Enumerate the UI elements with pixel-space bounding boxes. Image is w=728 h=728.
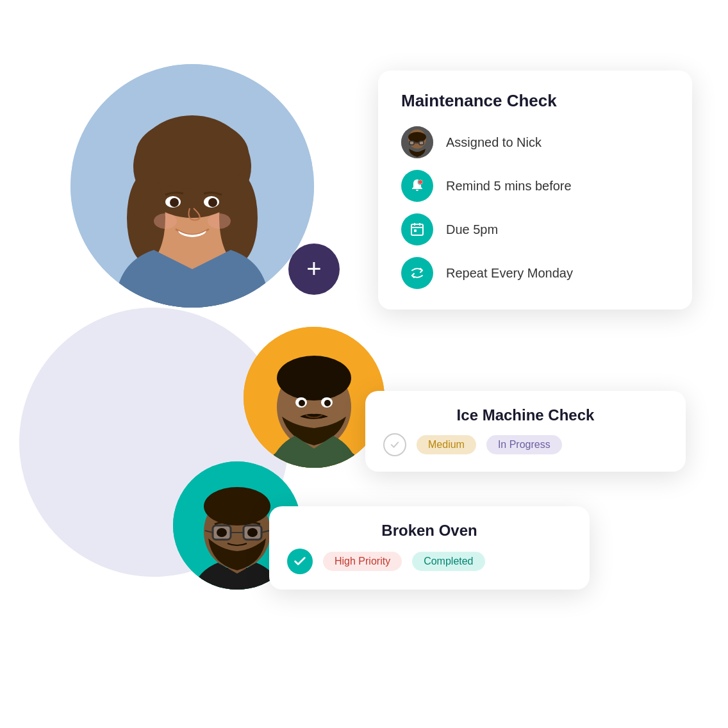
assigned-text: Assigned to Nick <box>446 135 542 150</box>
repeat-icon-circle <box>401 257 433 289</box>
badge-medium: Medium <box>417 435 476 454</box>
badge-highpriority: High Priority <box>323 552 402 571</box>
scene: + <box>0 0 728 728</box>
svg-rect-49 <box>414 229 417 232</box>
svg-point-14 <box>208 213 231 229</box>
broken-oven-card: Broken Oven High Priority Completed <box>269 506 590 590</box>
svg-point-34 <box>217 528 227 537</box>
broken-card-row: High Priority Completed <box>287 549 572 574</box>
svg-point-19 <box>277 356 351 401</box>
broken-card-title: Broken Oven <box>287 522 572 540</box>
svg-point-44 <box>418 180 422 184</box>
avatar-woman <box>70 64 314 308</box>
svg-point-28 <box>204 487 270 525</box>
svg-point-35 <box>247 528 258 537</box>
add-button[interactable]: + <box>288 244 340 295</box>
bell-icon-circle <box>401 170 433 202</box>
svg-point-11 <box>170 198 179 207</box>
svg-rect-45 <box>411 224 423 235</box>
repeat-text: Repeat Every Monday <box>446 266 573 281</box>
svg-rect-41 <box>419 141 424 145</box>
repeat-row: Repeat Every Monday <box>401 257 669 289</box>
due-text: Due 5pm <box>446 222 498 237</box>
svg-point-23 <box>324 400 331 406</box>
svg-point-8 <box>136 119 249 189</box>
ice-card-row: Medium In Progress <box>383 433 668 456</box>
calendar-icon-circle <box>401 213 433 245</box>
svg-rect-40 <box>410 141 414 145</box>
svg-point-22 <box>299 400 305 406</box>
ice-card-title: Ice Machine Check <box>383 406 668 424</box>
badge-completed: Completed <box>412 552 484 571</box>
due-row: Due 5pm <box>401 213 669 245</box>
nick-avatar-small <box>401 126 433 158</box>
remind-text: Remind 5 mins before <box>446 179 572 194</box>
badge-inprogress: In Progress <box>486 435 562 454</box>
svg-point-12 <box>208 198 217 207</box>
remind-row: Remind 5 mins before <box>401 170 669 202</box>
avatar-man-orange <box>244 327 385 468</box>
ice-machine-card: Ice Machine Check Medium In Progress <box>365 391 686 472</box>
assigned-row: Assigned to Nick <box>401 126 669 158</box>
checked-icon <box>287 549 313 574</box>
svg-point-13 <box>154 213 177 229</box>
plus-icon: + <box>306 256 321 281</box>
maintenance-card: Maintenance Check Assigned to Nick <box>378 70 692 310</box>
unchecked-icon <box>383 433 406 456</box>
maintenance-card-title: Maintenance Check <box>401 91 669 111</box>
